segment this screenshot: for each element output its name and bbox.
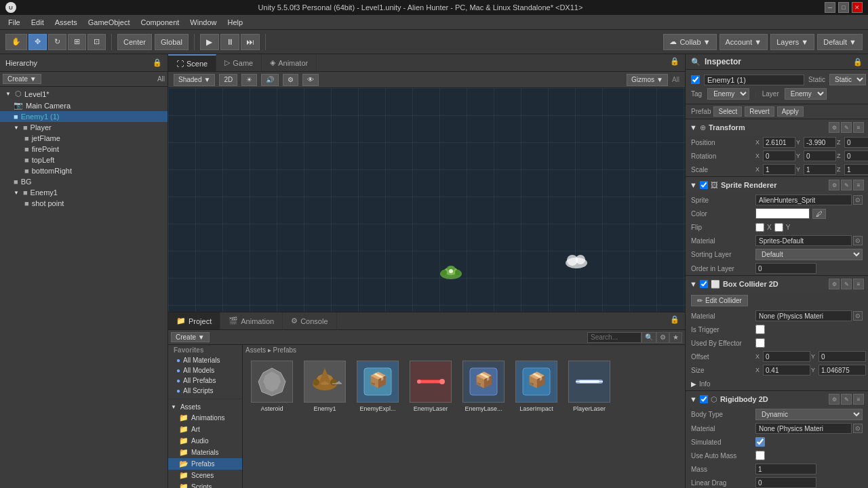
folder-scripts[interactable]: 📁 Scripts bbox=[168, 481, 242, 488]
rotation-x-input[interactable] bbox=[763, 150, 795, 161]
asset-enemyexpl[interactable]: 📦 EnemyExpl... bbox=[354, 361, 401, 412]
fav-all-scripts[interactable]: ● All Scripts bbox=[168, 386, 242, 396]
flip-x-checkbox[interactable] bbox=[755, 223, 764, 232]
mass-input[interactable] bbox=[755, 464, 816, 474]
position-z-input[interactable] bbox=[844, 137, 868, 148]
tab-game[interactable]: ▷ Game bbox=[216, 54, 262, 71]
object-name-input[interactable] bbox=[704, 75, 804, 85]
hierarchy-item-level1[interactable]: ▼ ⬡ Level1* bbox=[0, 88, 167, 100]
gizmos-dropdown[interactable]: Gizmos ▼ bbox=[627, 74, 668, 86]
folder-animations[interactable]: 📁 Animations bbox=[168, 412, 242, 424]
transform-menu-icon[interactable]: ≡ bbox=[853, 122, 864, 133]
collab-button[interactable]: ☁ Collab ▼ bbox=[663, 34, 716, 50]
tool-hand[interactable]: ✋ bbox=[5, 34, 27, 50]
sprite-renderer-checkbox[interactable] bbox=[700, 181, 708, 189]
hierarchy-item-topleft[interactable]: ■ topLeft bbox=[0, 155, 167, 165]
collider-material-input[interactable] bbox=[755, 310, 852, 321]
box-collider-checkbox[interactable] bbox=[700, 280, 708, 288]
inspector-lock-icon[interactable]: 🔒 bbox=[853, 58, 863, 66]
prefab-apply-button[interactable]: Apply bbox=[777, 106, 804, 117]
rigidbody-menu-icon[interactable]: ≡ bbox=[853, 394, 864, 405]
component-rigidbody2d-header[interactable]: ▼ ⬡ Rigidbody 2D ⚙ ✎ ≡ bbox=[686, 391, 868, 407]
tab-project[interactable]: 📁 Project bbox=[168, 312, 220, 329]
material-picker-button[interactable]: ⊙ bbox=[853, 236, 863, 245]
asset-enemylaser[interactable]: EnemyLaser bbox=[407, 361, 454, 412]
tool-scale[interactable]: ⊞ bbox=[68, 34, 86, 50]
hierarchy-item-bg[interactable]: ■ BG bbox=[0, 176, 167, 187]
static-dropdown[interactable]: Static bbox=[829, 74, 866, 85]
hierarchy-item-firepoint[interactable]: ■ firePoint bbox=[0, 144, 167, 155]
pivot-toggle[interactable]: Center bbox=[117, 34, 152, 50]
rigidbody-checkbox[interactable] bbox=[700, 395, 708, 403]
tool-move[interactable]: ✥ bbox=[28, 34, 47, 50]
tab-scene[interactable]: ⛶ Scene bbox=[168, 54, 216, 71]
collider-settings-icon[interactable]: ⚙ bbox=[829, 279, 840, 289]
offset-y-input[interactable] bbox=[818, 351, 866, 362]
rb-material-picker[interactable]: ⊙ bbox=[853, 424, 863, 433]
rotation-z-input[interactable] bbox=[844, 150, 868, 161]
collider-edit-icon[interactable]: ✎ bbox=[841, 279, 852, 289]
assets-root-folder[interactable]: ▼ Assets bbox=[168, 402, 242, 412]
offset-x-input[interactable] bbox=[763, 351, 810, 362]
transform-edit-icon[interactable]: ✎ bbox=[841, 122, 852, 133]
hierarchy-item-shotpoint[interactable]: ■ shot point bbox=[0, 198, 167, 209]
folder-materials[interactable]: 📁 Materials bbox=[168, 447, 242, 458]
sprite-picker-button[interactable]: ⊙ bbox=[853, 195, 863, 205]
scene-view[interactable] bbox=[168, 88, 685, 312]
layers-button[interactable]: Layers ▼ bbox=[770, 34, 814, 50]
menu-edit[interactable]: Edit bbox=[26, 17, 50, 28]
maximize-button[interactable]: □ bbox=[838, 2, 849, 13]
asset-enemy1[interactable]: Enemy1 bbox=[301, 361, 349, 412]
tag-dropdown[interactable]: Enemy bbox=[707, 88, 749, 100]
sprite-settings-icon[interactable]: ⚙ bbox=[829, 180, 840, 190]
folder-prefabs[interactable]: 📂 Prefabs bbox=[168, 458, 242, 470]
component-sprite-renderer-header[interactable]: ▼ 🖼 Sprite Renderer ⚙ ✎ ≡ bbox=[686, 177, 868, 193]
assets-create-button[interactable]: Create ▼ bbox=[171, 332, 210, 342]
tool-rotate[interactable]: ↻ bbox=[48, 34, 66, 50]
position-y-input[interactable] bbox=[804, 137, 836, 148]
is-trigger-checkbox[interactable] bbox=[755, 325, 765, 334]
linear-drag-input[interactable] bbox=[755, 477, 816, 488]
info-row[interactable]: ▶ Info bbox=[686, 377, 868, 390]
account-button[interactable]: Account ▼ bbox=[719, 34, 768, 50]
collider-material-picker[interactable]: ⊙ bbox=[853, 311, 863, 321]
menu-assets[interactable]: Assets bbox=[50, 17, 83, 28]
order-in-layer-input[interactable] bbox=[755, 263, 816, 274]
color-swatch[interactable] bbox=[755, 208, 810, 219]
effects-toggle[interactable]: ⚙ bbox=[283, 74, 298, 86]
hierarchy-create-button[interactable]: Create ▼ bbox=[3, 74, 41, 84]
rb-material-input[interactable] bbox=[755, 423, 852, 434]
assets-search-icon[interactable]: 🔍 bbox=[642, 332, 656, 343]
fav-all-materials[interactable]: ● All Materials bbox=[168, 355, 242, 365]
audio-toggle[interactable]: 🔊 bbox=[261, 74, 279, 86]
tool-rect[interactable]: ⊡ bbox=[87, 34, 106, 50]
hierarchy-item-jetflame[interactable]: ■ jetFlame bbox=[0, 133, 167, 144]
sprite-value-input[interactable] bbox=[755, 195, 852, 205]
fav-all-models[interactable]: ● All Models bbox=[168, 365, 242, 375]
prefab-revert-button[interactable]: Revert bbox=[745, 106, 774, 117]
breadcrumb-assets[interactable]: Assets bbox=[245, 346, 266, 354]
hierarchy-item-bottomright[interactable]: ■ bottomRight bbox=[0, 165, 167, 176]
assets-star-btn[interactable]: ★ bbox=[669, 332, 682, 343]
component-transform-header[interactable]: ▼ ⊕ Transform ⚙ ✎ ≡ bbox=[686, 119, 868, 136]
menu-help[interactable]: Help bbox=[222, 17, 248, 28]
shading-dropdown[interactable]: Shaded ▼ bbox=[174, 74, 215, 86]
layout-button[interactable]: Default ▼ bbox=[817, 34, 863, 50]
asset-laserimpact[interactable]: 📦 LaserImpact bbox=[513, 361, 560, 412]
scale-z-input[interactable] bbox=[844, 164, 868, 175]
bottom-panel-lock[interactable]: 🔒 bbox=[665, 312, 685, 329]
sprite-menu-icon[interactable]: ≡ bbox=[853, 180, 864, 190]
tab-console[interactable]: ⚙ Console bbox=[283, 312, 336, 329]
tab-animator[interactable]: ◈ Animator bbox=[262, 54, 317, 71]
color-eyedropper-icon[interactable]: 🖊 bbox=[812, 209, 826, 219]
menu-window[interactable]: Window bbox=[184, 17, 222, 28]
asset-playerlaser[interactable]: PlayerLaser bbox=[566, 361, 613, 412]
use-auto-mass-checkbox[interactable] bbox=[755, 451, 765, 460]
sorting-layer-dropdown[interactable]: Default bbox=[755, 249, 863, 260]
object-active-checkbox[interactable] bbox=[691, 75, 700, 84]
sprite-edit-icon[interactable]: ✎ bbox=[841, 180, 852, 190]
breadcrumb-prefabs[interactable]: Prefabs bbox=[273, 346, 296, 354]
scale-x-input[interactable] bbox=[763, 164, 795, 175]
close-button[interactable]: ✕ bbox=[852, 2, 863, 13]
scale-y-input[interactable] bbox=[804, 164, 836, 175]
